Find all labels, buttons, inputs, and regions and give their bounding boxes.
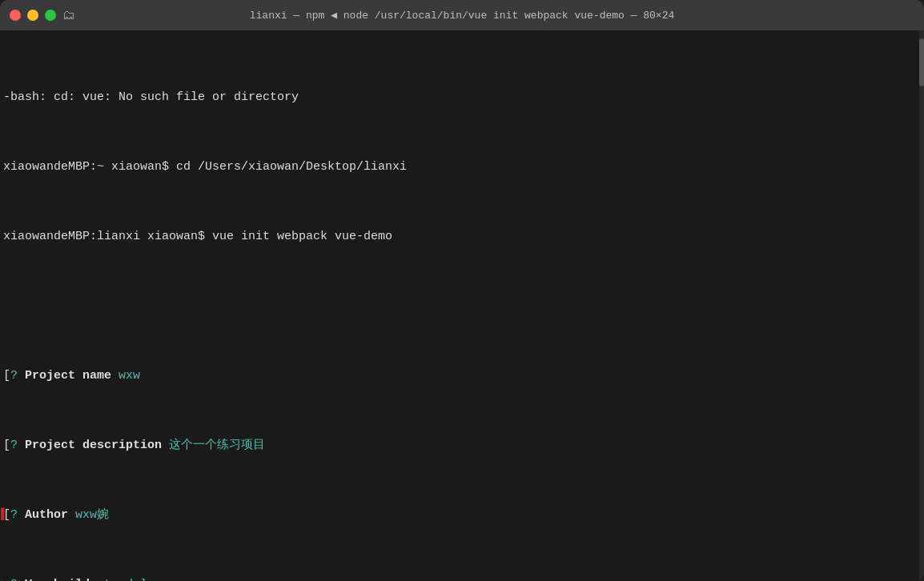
terminal-line: xiaowandeMBP:lianxi xiaowan$ vue init we…	[3, 228, 921, 246]
close-button[interactable]	[10, 10, 21, 21]
titlebar: 🗂 lianxi — npm ◀ node /usr/local/bin/vue…	[0, 0, 924, 30]
scrollbar[interactable]	[919, 30, 924, 581]
maximize-button[interactable]	[45, 10, 56, 21]
terminal-line: [? Project description 这个一个练习项目	[3, 437, 921, 455]
terminal-line: ▌ [? Author wxw婉	[3, 507, 921, 524]
terminal-line: ? Vue build standalone	[3, 576, 921, 581]
scrollbar-thumb[interactable]	[919, 38, 924, 86]
minimize-button[interactable]	[27, 10, 38, 21]
terminal-window: 🗂 lianxi — npm ◀ node /usr/local/bin/vue…	[0, 0, 924, 581]
folder-icon: 🗂	[62, 8, 75, 23]
terminal-line: xiaowandeMBP:~ xiaowan$ cd /Users/xiaowa…	[3, 158, 921, 176]
traffic-lights	[10, 10, 56, 21]
terminal-line	[3, 298, 921, 315]
window-title: lianxi — npm ◀ node /usr/local/bin/vue i…	[250, 9, 675, 22]
terminal-line: [? Project name wxw	[3, 367, 921, 385]
terminal-line: -bash: cd: vue: No such file or director…	[3, 89, 921, 106]
terminal-body[interactable]: -bash: cd: vue: No such file or director…	[0, 30, 924, 581]
terminal-content: -bash: cd: vue: No such file or director…	[3, 37, 921, 581]
